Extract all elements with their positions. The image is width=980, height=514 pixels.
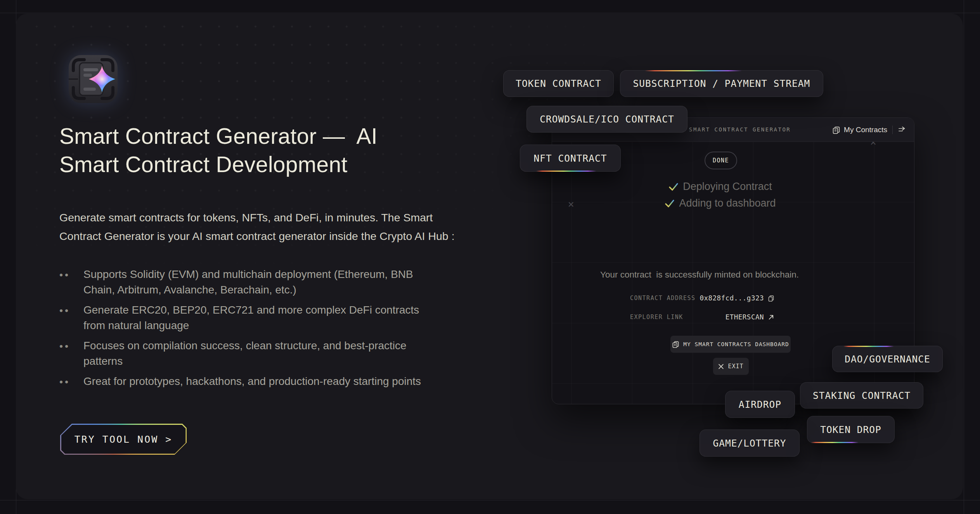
chip-crowdsale-ico-contract[interactable]: CROWDSALE/ICO CONTRACT (526, 106, 687, 133)
contract-address-value: 0x828fcd...g323 (700, 294, 764, 302)
header-divider (892, 126, 893, 134)
feature-list: •• Supports Solidity (EVM) and multichai… (59, 267, 438, 394)
chip-nft-contract[interactable]: NFT CONTRACT (520, 145, 621, 172)
rainbow-accent (645, 70, 742, 71)
deploy-steps: Deploying Contract Adding to dashboard (614, 181, 826, 209)
cta-label: TRY TOOL NOW (74, 434, 159, 445)
page: { "hero": { "title_line1": "Smart Contra… (0, 0, 980, 514)
rainbow-accent (843, 346, 894, 347)
chip-label: TOKEN DROP (820, 424, 881, 435)
exit-button[interactable]: EXIT (713, 358, 749, 375)
checkmark-icon (664, 198, 675, 209)
list-item: •• Focuses on compilation success, clean… (59, 338, 438, 369)
bullet-marker: •• (59, 267, 83, 298)
list-item: •• Great for prototypes, hackathons, and… (59, 374, 438, 390)
chip-subscription-payment-stream[interactable]: SUBSCRIPTION / PAYMENT STREAM (620, 70, 823, 97)
app-logo (68, 54, 118, 104)
contract-address-label: CONTRACT ADDRESS (630, 295, 696, 302)
rainbow-accent (811, 442, 859, 443)
list-item-text: Focuses on compilation success, clean st… (83, 338, 438, 369)
chip-staking-contract[interactable]: STAKING CONTRACT (800, 382, 923, 409)
smart-contract-generator-logo-icon (68, 54, 118, 104)
checkmark-icon (668, 181, 679, 192)
list-item-text: Generate ERC20, BEP20, ERC721 and more c… (83, 302, 438, 333)
list-item-text: Supports Solidity (EVM) and multichain d… (83, 267, 438, 298)
success-message: Your contract is successfully minted on … (552, 270, 847, 280)
copy-icon[interactable] (768, 295, 774, 302)
contract-address-row: CONTRACT ADDRESS 0x828fcd...g323 (630, 293, 774, 303)
etherscan-link[interactable]: ETHERSCAN (725, 313, 774, 321)
page-title-line2: Smart Contract Development (59, 152, 348, 177)
step-deploying-contract: Deploying Contract (668, 181, 772, 193)
external-link-icon (768, 314, 774, 321)
close-icon (718, 364, 724, 369)
dashboard-button-label: MY SMART CONTRACTS DASHBOARD (683, 341, 789, 347)
my-contracts-label: My Contracts (844, 126, 887, 134)
exit-button-label: EXIT (728, 363, 743, 370)
list-item: •• Supports Solidity (EVM) and multichai… (59, 267, 438, 298)
hero-description: Generate smart contracts for tokens, NFT… (59, 208, 469, 245)
collapse-panel-button[interactable] (898, 126, 907, 134)
rainbow-accent (536, 171, 596, 172)
bullet-marker: •• (59, 374, 83, 390)
page-title: Smart Contract Generator — AISmart Contr… (59, 122, 377, 179)
try-tool-now-button[interactable]: TRY TOOL NOW > (60, 424, 187, 455)
chip-dao-governance[interactable]: DAO/GOVERNANCE (832, 346, 943, 372)
chip-label: DAO/GOVERNANCE (845, 354, 930, 365)
bullet-marker: •• (59, 338, 83, 369)
chip-label: SUBSCRIPTION / PAYMENT STREAM (633, 78, 810, 89)
hero-card: Smart Contract Generator — AISmart Contr… (16, 14, 963, 499)
chip-token-contract[interactable]: TOKEN CONTRACT (503, 70, 614, 97)
frame-line-right (964, 0, 964, 514)
step-label: Adding to dashboard (679, 197, 776, 209)
explorer-link-label: EXPLORER LINK (630, 314, 683, 321)
frame-line-top (0, 13, 980, 13)
bullet-marker: •• (59, 302, 83, 333)
list-item-text: Great for prototypes, hackathons, and pr… (83, 374, 421, 390)
documents-icon (832, 126, 840, 134)
my-contracts-button[interactable]: My Contracts (832, 126, 887, 134)
arrow-exit-icon (898, 126, 907, 134)
step-adding-to-dashboard: Adding to dashboard (664, 197, 776, 209)
explorer-link-row: EXPLORER LINK ETHERSCAN (630, 312, 774, 322)
step-label: Deploying Contract (683, 181, 772, 193)
page-title-line1: Smart Contract Generator — AI (59, 124, 377, 148)
chevron-right-icon: > (165, 434, 172, 445)
documents-icon (672, 341, 679, 348)
my-smart-contracts-dashboard-button[interactable]: MY SMART CONTRACTS DASHBOARD (670, 336, 791, 353)
frame-line-bottom (0, 500, 980, 500)
grid-x-decoration: ✕ (568, 200, 575, 209)
chip-game-lottery[interactable]: GAME/LOTTERY (700, 429, 800, 457)
done-button[interactable]: DONE (705, 152, 737, 169)
panel-title: SMART CONTRACT GENERATOR (689, 126, 791, 133)
chip-label: NFT CONTRACT (533, 153, 607, 164)
chip-airdrop[interactable]: AIRDROP (725, 391, 795, 418)
chip-token-drop[interactable]: TOKEN DROP (807, 416, 895, 443)
etherscan-link-label: ETHERSCAN (725, 313, 764, 321)
list-item: •• Generate ERC20, BEP20, ERC721 and mor… (59, 302, 438, 333)
